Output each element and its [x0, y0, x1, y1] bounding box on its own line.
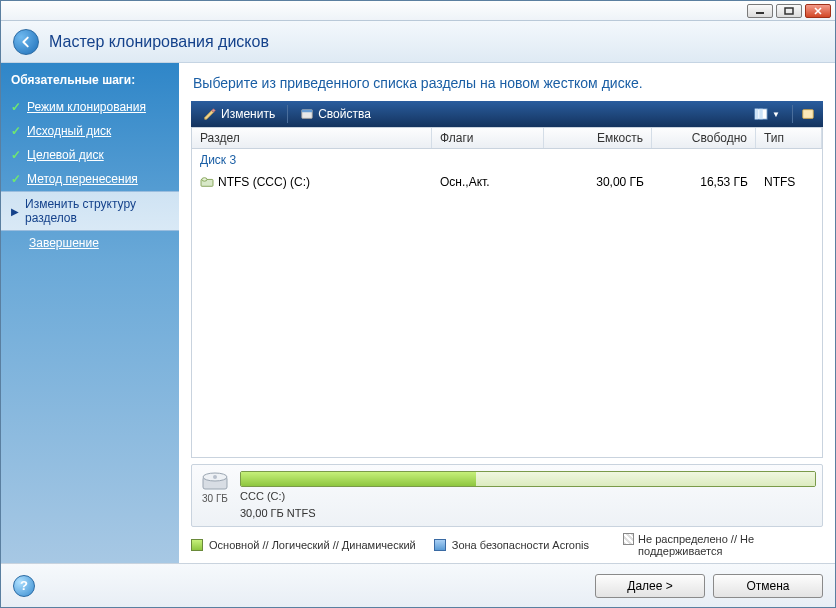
legend-swatch-zone	[434, 539, 446, 551]
col-partition[interactable]: Раздел	[192, 128, 432, 148]
legend-primary: Основной // Логический // Динамический	[209, 539, 416, 551]
chevron-down-icon: ▼	[772, 110, 780, 119]
legend: Основной // Логический // Динамический З…	[191, 533, 823, 557]
wizard-title: Мастер клонирования дисков	[49, 33, 269, 51]
minimize-button[interactable]	[747, 4, 773, 18]
col-flags[interactable]: Флаги	[432, 128, 544, 148]
main-panel: Выберите из приведенного списка разделы …	[179, 63, 835, 563]
properties-icon	[300, 107, 314, 121]
cell-partition: NTFS (CCC) (C:)	[192, 173, 432, 191]
partition-icon	[200, 176, 214, 188]
disk-size-label: 30 ГБ	[202, 493, 228, 504]
cell-free: 16,53 ГБ	[652, 173, 756, 191]
bar-label-2: 30,00 ГБ NTFS	[240, 506, 816, 520]
bar-free	[476, 472, 815, 486]
sidebar-item-source-disk[interactable]: ✓ Исходный диск	[1, 119, 179, 143]
check-icon: ✓	[11, 124, 21, 138]
legend-swatch-unalloc	[623, 533, 634, 545]
separator	[287, 105, 288, 123]
partition-bar[interactable]	[240, 471, 816, 487]
check-icon: ✓	[11, 172, 21, 186]
sidebar-item-finish[interactable]: Завершение	[1, 231, 179, 255]
svg-rect-3	[302, 110, 313, 113]
disk-group[interactable]: Диск 3	[192, 149, 822, 171]
disk-badge: 30 ГБ	[198, 471, 232, 504]
next-button[interactable]: Далее >	[595, 574, 705, 598]
edit-button[interactable]: Изменить	[197, 105, 281, 123]
separator	[792, 105, 793, 123]
bar-wrap: CCC (C:) 30,00 ГБ NTFS	[240, 471, 816, 520]
cell-type: NTFS	[756, 173, 822, 191]
sidebar-item-label: Исходный диск	[27, 124, 111, 138]
sidebar-heading: Обязательные шаги:	[1, 67, 179, 95]
sidebar-item-move-method[interactable]: ✓ Метод перенесения	[1, 167, 179, 191]
cancel-button[interactable]: Отмена	[713, 574, 823, 598]
sidebar-item-target-disk[interactable]: ✓ Целевой диск	[1, 143, 179, 167]
disk-map: 30 ГБ CCC (C:) 30,00 ГБ NTFS	[191, 464, 823, 527]
table-body: Диск 3 NTFS (CCC) (C:) Осн.,Акт. 30,00 Г…	[191, 149, 823, 458]
col-free[interactable]: Свободно	[652, 128, 756, 148]
sidebar-item-clone-mode[interactable]: ✓ Режим клонирования	[1, 95, 179, 119]
svg-rect-0	[756, 12, 764, 14]
sidebar-item-label: Режим клонирования	[27, 100, 146, 114]
columns-icon	[754, 107, 768, 121]
col-capacity[interactable]: Емкость	[544, 128, 652, 148]
svg-rect-7	[803, 110, 814, 119]
help-button[interactable]: ?	[13, 575, 35, 597]
instruction-text: Выберите из приведенного списка разделы …	[179, 63, 835, 101]
sidebar-item-change-layout[interactable]: ▶ Изменить структуру разделов	[1, 191, 179, 231]
legend-unalloc: Не распределено // Не поддерживается	[638, 533, 823, 557]
wizard-window: Мастер клонирования дисков Обязательные …	[0, 0, 836, 608]
maximize-button[interactable]	[776, 4, 802, 18]
body: Обязательные шаги: ✓ Режим клонирования …	[1, 63, 835, 563]
sidebar-item-label: Изменить структуру разделов	[25, 197, 169, 225]
sidebar: Обязательные шаги: ✓ Режим клонирования …	[1, 63, 179, 563]
table-row[interactable]: NTFS (CCC) (C:) Осн.,Акт. 30,00 ГБ 16,53…	[192, 171, 822, 193]
sidebar-item-label: Метод перенесения	[27, 172, 138, 186]
toolbar: Изменить Свойства ▼	[191, 101, 823, 127]
check-icon: ✓	[11, 148, 21, 162]
partition-name: NTFS (CCC) (C:)	[218, 175, 310, 189]
close-button[interactable]	[805, 4, 831, 18]
hdd-icon	[201, 471, 229, 491]
titlebar	[1, 1, 835, 21]
legend-zone: Зона безопасности Acronis	[452, 539, 589, 551]
check-icon: ✓	[11, 100, 21, 114]
properties-button[interactable]: Свойства	[294, 105, 377, 123]
cell-capacity: 30,00 ГБ	[544, 173, 652, 191]
bar-used	[241, 472, 476, 486]
svg-rect-1	[785, 8, 793, 14]
arrow-right-icon: ▶	[11, 206, 19, 217]
bar-label-1: CCC (C:)	[240, 489, 816, 503]
sidebar-item-label: Целевой диск	[27, 148, 104, 162]
header: Мастер клонирования дисков	[1, 21, 835, 63]
view-icon	[801, 107, 815, 121]
svg-rect-5	[755, 109, 759, 120]
back-button[interactable]	[13, 29, 39, 55]
legend-unalloc-wrap: Не распределено // Не поддерживается	[623, 533, 823, 557]
sidebar-item-label: Завершение	[29, 236, 99, 250]
svg-point-12	[213, 475, 217, 479]
footer: ? Далее > Отмена	[1, 563, 835, 607]
columns-button[interactable]: ▼	[748, 105, 786, 123]
cell-flags: Осн.,Акт.	[432, 173, 544, 191]
edit-label: Изменить	[221, 107, 275, 121]
svg-rect-6	[759, 109, 763, 120]
legend-swatch-primary	[191, 539, 203, 551]
properties-label: Свойства	[318, 107, 371, 121]
svg-point-9	[202, 178, 207, 181]
table-header: Раздел Флаги Емкость Свободно Тип	[191, 127, 823, 149]
view-button[interactable]	[799, 105, 817, 123]
pencil-icon	[203, 107, 217, 121]
col-type[interactable]: Тип	[756, 128, 822, 148]
